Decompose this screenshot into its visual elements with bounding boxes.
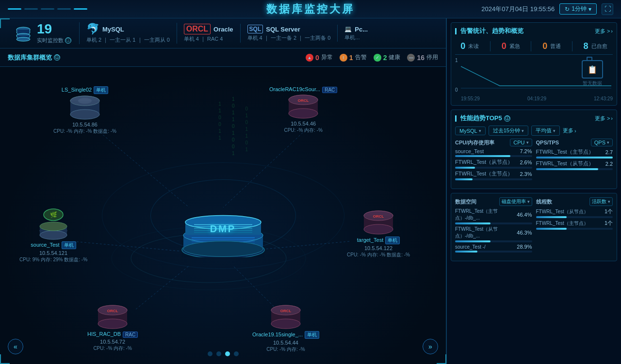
- performance-section: 性能趋势TOP5 ⓘ 更多 > › MySQL ▾ 过去15分钟 ▾: [451, 110, 617, 189]
- sqlserver-stat[interactable]: SQL SQL Server 单机 4 ｜ 一主一备 2 ｜ 一主两备 0: [241, 25, 338, 42]
- disk-usage-selector[interactable]: 磁盘使用率 ▾: [499, 197, 532, 206]
- svg-point-41: [40, 222, 67, 231]
- db-type-select[interactable]: MySQL ▾: [455, 127, 486, 135]
- alert-unread: 0 未读: [460, 41, 479, 51]
- node-ls-single02[interactable]: LS_Single02 单机 10.5.54.86 CPU: -% 内存: -%…: [53, 86, 116, 135]
- ls-single02-stats: CPU: -% 内存: -% 数据盘: -%: [53, 128, 116, 135]
- ls-single02-tag: 单机: [94, 86, 108, 94]
- metric-select[interactable]: 平均值 ▾: [531, 126, 560, 136]
- monitor-label: 实时监控数 ⓘ: [37, 37, 71, 44]
- db-stack-icon: [14, 24, 33, 43]
- oracle-rac-label: OracleRAC19cSour...: [269, 86, 320, 92]
- matrix-column2: 0101101: [245, 106, 248, 153]
- svg-point-40: [40, 231, 67, 239]
- page-dot-1[interactable]: [208, 351, 212, 356]
- disk-metric-ftwrl-from: FTWRL_Test（从节点）-/db_... 46.3%: [455, 226, 532, 242]
- node-oracle-single[interactable]: ORCL Oracle19.15single_... 单机 10.5.54.44…: [252, 304, 319, 353]
- qps-section-title: QPS/TPS: [536, 140, 559, 145]
- nav-next-button[interactable]: »: [423, 339, 438, 354]
- cpu-selector[interactable]: CPU ▾: [510, 139, 532, 146]
- data-threads-section: 数据空间 磁盘使用率 ▾ FTWRL_Test（主节点）-/db_... 46.…: [451, 193, 617, 261]
- monitor-count-item: 19 实时监控数 ⓘ: [6, 22, 80, 44]
- cpu-section-header: CPU/内存使用率 CPU ▾: [455, 139, 532, 146]
- oracle-rac-icon: ORCL: [286, 94, 320, 121]
- performance-more-link[interactable]: 更多 > ›: [595, 115, 613, 122]
- his-rac-label: HIS_RAC_DB: [87, 331, 121, 337]
- data-threads-cols: 数据空间 磁盘使用率 ▾ FTWRL_Test（主节点）-/db_... 46.…: [455, 197, 613, 257]
- metric-name: FTWRL_Test（主节点）: [455, 170, 513, 177]
- page-dot-2[interactable]: [216, 351, 221, 356]
- ls-single02-ip: 10.5.54.86: [72, 122, 98, 127]
- x-label-1: 19:55:29: [461, 96, 480, 101]
- cluster-map: 101101001 0101101 110011: [0, 67, 446, 364]
- error-dot: ▲: [306, 54, 313, 62]
- header: 数据库监控大屏 2024年07月04日 19:55:56 ↻ 1分钟 ▾ ⛶: [0, 0, 621, 18]
- controls-more-link[interactable]: 更多 ›: [563, 127, 576, 134]
- pc-stat[interactable]: 💻 Pc... 单机...: [338, 26, 375, 41]
- status-warn: ! 1 告警: [340, 53, 367, 62]
- qps-metric-ftwrl-from: FTWRL_Test（从节点） 2.2: [536, 160, 613, 170]
- svg-point-25: [183, 241, 263, 256]
- alert-normal-label: 普通: [550, 43, 561, 50]
- ls-single02-label: LS_Single02: [62, 87, 92, 93]
- time-range-select[interactable]: 过去15分钟 ▾: [489, 126, 528, 136]
- cpu-metric-ftwrl-from: FTWRL_Test（从节点） 2.6%: [455, 158, 532, 169]
- svg-text:ORCL: ORCL: [280, 309, 292, 313]
- svg-line-7: [136, 266, 189, 309]
- stop-label: 停用: [426, 53, 438, 62]
- stop-dot: —: [407, 54, 415, 62]
- metric-bar-bg: [536, 228, 613, 230]
- metric-bar-bg: [455, 178, 532, 180]
- chevron-right-icon: ›: [611, 28, 613, 34]
- qps-selector[interactable]: QPS ▾: [591, 139, 613, 146]
- metric-bar-bg: [536, 216, 613, 218]
- svg-point-28: [70, 110, 99, 119]
- stats-bar: 19 实时监控数 ⓘ 🐬 MySQL 单机 2 ｜ 一主一从 1 ｜ 一主两从 …: [0, 18, 446, 48]
- alert-unread-label: 未读: [468, 43, 479, 50]
- dmp-platform[interactable]: DMP: [180, 208, 267, 234]
- oracle-name: Oracle: [213, 26, 233, 33]
- cpu-label: CPU: [513, 140, 524, 145]
- threads-selector[interactable]: 活跃数 ▾: [589, 197, 613, 206]
- chart-x-labels: 19:55:29 04:19:29 12:43:29: [461, 96, 613, 101]
- node-source-test[interactable]: 🌿 source_Test 单机 10.5.54.121 CPU: 9% 内存:…: [19, 207, 87, 263]
- svg-point-2: [16, 37, 30, 41]
- cpu-metric-ftwrl-main: FTWRL_Test（主节点） 2.3%: [455, 170, 532, 180]
- main-layout: 19 实时监控数 ⓘ 🐬 MySQL 单机 2 ｜ 一主一从 1 ｜ 一主两从 …: [0, 18, 621, 364]
- metric-name: FTWRL_Test（从节点）: [536, 160, 594, 167]
- cpu-metrics: CPU/内存使用率 CPU ▾ source_Test 7.2%: [455, 139, 532, 182]
- cpu-metric-source-test: source_Test 7.2%: [455, 148, 532, 157]
- oracle-rac-stats: CPU: -% 内存: -%: [284, 127, 322, 134]
- refresh-button[interactable]: ↻ 1分钟 ▾: [559, 3, 597, 15]
- nav-prev-button[interactable]: «: [8, 339, 23, 354]
- node-target-test[interactable]: ORCL target_Test 单机 10.5.54.122 CPU: -% …: [347, 210, 410, 258]
- page-dot-4[interactable]: [234, 351, 239, 356]
- threads-label: 活跃数: [592, 198, 606, 205]
- page-title: 数据库监控大屏: [266, 2, 355, 16]
- disk-metric-source: source_Test -/ 28.9%: [455, 244, 532, 253]
- data-space-title: 数据空间: [455, 198, 476, 206]
- mysql-stat[interactable]: 🐬 MySQL 单机 2 ｜ 一主一从 1 ｜ 一主两从 0: [80, 23, 177, 44]
- target-test-tag: 单机: [385, 237, 400, 244]
- ok-label: 健康: [389, 53, 400, 62]
- two-col-metrics: CPU/内存使用率 CPU ▾ source_Test 7.2%: [455, 139, 613, 185]
- page-dot-3[interactable]: [225, 351, 230, 356]
- his-rac-stats: CPU: -% 内存: -%: [93, 345, 131, 352]
- status-ok: ✓ 2 健康: [374, 53, 401, 62]
- node-oracle-rac[interactable]: OracleRAC19cSour... RAC ORCL 10.5.54.46 …: [269, 86, 337, 134]
- metric-bar-fill: [536, 228, 567, 230]
- alert-chart: 1 0 📋 暂无数据 19:55:29 04:19:29: [455, 58, 613, 101]
- oracle-single-icon: ORCL: [269, 304, 303, 331]
- qps-metrics: QPS/TPS QPS ▾ FTWRL_Test（主节点） 2.7: [536, 139, 613, 182]
- alert-more-link[interactable]: 更多 > ›: [595, 28, 613, 35]
- divider: [572, 41, 572, 51]
- oracle-stat[interactable]: ORCL Oracle 单机 4 ｜ RAC 4: [177, 24, 241, 43]
- his-rac-tag: RAC: [123, 332, 138, 338]
- monitor-count: 19: [37, 22, 71, 36]
- mysql-meta: 单机 2 ｜ 一主一从 1 ｜ 一主两从 0: [86, 36, 170, 44]
- fullscreen-button[interactable]: ⛶: [602, 3, 613, 15]
- svg-text:ORCL: ORCL: [298, 98, 309, 103]
- node-his-rac[interactable]: ORCL HIS_RAC_DB RAC 10.5.54.72 CPU: -% 内…: [87, 304, 138, 352]
- header-dots: [8, 8, 87, 10]
- performance-info-icon: ⓘ: [504, 115, 510, 122]
